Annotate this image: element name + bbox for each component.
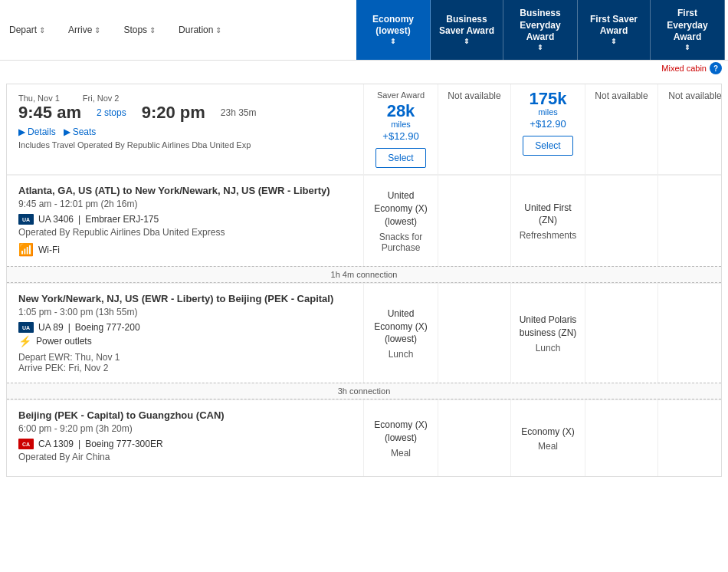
seg3-econ-cabin: Economy (X) (lowest) [368, 419, 434, 445]
biz-everyday-miles: 175k [530, 90, 567, 107]
stops-sort[interactable]: Stops ⇕ [123, 25, 156, 35]
segment-3: Beijing (PEK - Capital) to Guangzhou (CA… [7, 399, 721, 476]
first-saver-award-col: Not available [585, 84, 657, 174]
first-saver-not-available: Not available [595, 90, 648, 101]
biz-saver-not-available: Not available [448, 90, 500, 101]
first-everyday-award-col: Not available [657, 84, 728, 174]
flight-duration: 23h 35m [221, 107, 257, 118]
seg3-first-meal: Meal [538, 441, 558, 452]
seg2-econ-meal: Lunch [389, 349, 414, 360]
saver-label: Saver Award [377, 90, 425, 100]
seg1-biz-everyday-col: United First (ZN) Refreshments [510, 176, 585, 266]
mixed-cabin-help-icon[interactable]: ? [710, 62, 722, 74]
segment-1-amenity-label: Wi-Fi [38, 245, 60, 255]
depart-sort-icon: ⇕ [39, 26, 45, 35]
segment-1-flight-num: UA 3406 [38, 214, 74, 225]
seg1-econ-meal: Snacks for Purchase [368, 232, 434, 253]
segment-3-flight-num: CA 1309 [38, 439, 74, 449]
biz-everyday-col-header[interactable]: Business Everyday Award ⇕ [503, 0, 578, 60]
details-button[interactable]: ▶ Details [18, 127, 56, 137]
mixed-cabin-text: Mixed cabin [661, 64, 707, 73]
seg2-biz-saver-col [438, 284, 510, 383]
economy-miles-label: miles [391, 120, 411, 129]
segment-1-aircraft: Embraer ERJ-175 [85, 214, 159, 225]
biz-saver-sort-icon: ⇕ [464, 38, 470, 47]
arrive-time: 9:20 pm [142, 103, 205, 123]
ca-logo: CA [18, 439, 34, 449]
first-saver-sort-icon: ⇕ [611, 38, 617, 47]
seg3-econ-meal: Meal [391, 448, 411, 459]
seg1-first-cabin: United First (ZN) [515, 202, 581, 228]
duration-sort-icon: ⇕ [215, 26, 221, 35]
seg1-econ-cabin: United Economy (X) (lowest) [368, 189, 434, 228]
segment-2-flight-num: UA 89 [38, 322, 64, 333]
seg3-economy-col: Economy (X) (lowest) Meal [363, 400, 438, 476]
segment-1-time: 9:45 am - 12:01 pm (2h 16m) [18, 199, 352, 209]
arrive-sort-icon: ⇕ [94, 26, 100, 35]
seg1-biz-saver-col [438, 176, 510, 266]
segment-2-arrive-label: Arrive PEK: Fri, Nov 2 [18, 363, 352, 373]
biz-everyday-award-col: 175k miles +$12.90 Select [510, 84, 585, 174]
first-everyday-col-header[interactable]: First Everyday Award ⇕ [651, 0, 725, 60]
seg1-first-service: Refreshments [520, 230, 577, 241]
seats-button[interactable]: ▶ Seats [64, 127, 97, 137]
flight-note: Includes Travel Operated By Republic Air… [18, 140, 352, 150]
biz-everyday-tax: +$12.90 [530, 118, 566, 130]
biz-saver-award-col: Not available [438, 84, 510, 174]
segment-2-time: 1:05 pm - 3:00 pm (13h 55m) [18, 307, 352, 317]
wifi-icon: 📶 [18, 242, 34, 257]
economy-col-header[interactable]: Economy (lowest) ⇕ [356, 0, 431, 60]
seg2-biz-everyday-col: United Polaris business (ZN) Lunch [510, 284, 585, 383]
seg3-first-saver-col [585, 400, 657, 476]
seg2-economy-col: United Economy (X) (lowest) Lunch [363, 284, 438, 383]
depart-time: 9:45 am [18, 103, 81, 123]
segment-3-aircraft: Boeing 777-300ER [85, 439, 162, 449]
segment-1-operated: Operated By Republic Airlines Dba United… [18, 227, 352, 238]
seg2-first-meal: Lunch [536, 343, 561, 353]
seg2-econ-cabin: United Economy (X) (lowest) [368, 307, 434, 346]
flight-info-left: Thu, Nov 1 Fri, Nov 2 9:45 am 2 stops 9:… [7, 84, 363, 174]
economy-sort-icon: ⇕ [390, 38, 396, 47]
segment-2-amenity-label: Power outlets [36, 336, 92, 347]
power-icon: ⚡ [18, 335, 31, 347]
stops-sort-icon: ⇕ [149, 26, 156, 35]
segment-3-left: Beijing (PEK - Capital) to Guangzhou (CA… [7, 400, 363, 476]
segment-2-flight: UA UA 89 | Boeing 777-200 [18, 322, 352, 333]
mixed-cabin-row: Mixed cabin ? [0, 61, 728, 76]
first-everyday-sort-icon: ⇕ [684, 44, 690, 53]
biz-saver-col-header[interactable]: Business Saver Award ⇕ [431, 0, 503, 60]
header-left: Depart ⇕ Arrive ⇕ Stops ⇕ Duration ⇕ [0, 0, 356, 60]
seg2-first-saver-col [585, 284, 657, 383]
segment-1-route: Atlanta, GA, US (ATL) to New York/Newark… [18, 185, 352, 196]
segment-1: Atlanta, GA, US (ATL) to New York/Newark… [7, 175, 721, 266]
economy-miles: 28k [387, 103, 415, 120]
seg3-biz-saver-col [438, 400, 510, 476]
seats-arrow-icon: ▶ [64, 127, 71, 137]
first-saver-col-header[interactable]: First Saver Award ⇕ [578, 0, 651, 60]
economy-tax: +$12.90 [382, 130, 418, 142]
connection-2: 3h connection [7, 383, 721, 399]
duration-sort[interactable]: Duration ⇕ [179, 25, 221, 35]
economy-select-button[interactable]: Select [375, 148, 425, 168]
flight-card: Thu, Nov 1 Fri, Nov 2 9:45 am 2 stops 9:… [6, 84, 722, 477]
biz-everyday-miles-label: miles [538, 107, 558, 117]
segment-1-left: Atlanta, GA, US (ATL) to New York/Newark… [7, 176, 363, 266]
seg3-first-cabin: Economy (X) [521, 426, 574, 439]
segment-2-depart-label: Depart EWR: Thu, Nov 1 [18, 352, 352, 363]
seg1-first-saver-col [585, 176, 657, 266]
segment-1-amenity: 📶 Wi-Fi [18, 242, 352, 257]
connection-1: 1h 4m connection [7, 266, 721, 283]
segment-3-route: Beijing (PEK - Capital) to Guangzhou (CA… [18, 409, 352, 421]
segment-1-flight: UA UA 3406 | Embraer ERJ-175 [18, 214, 352, 225]
seg2-first-everyday-col [657, 284, 728, 383]
depart-sort[interactable]: Depart ⇕ [9, 25, 45, 35]
seg3-biz-everyday-col: Economy (X) Meal [510, 400, 585, 476]
details-arrow-icon: ▶ [18, 127, 25, 137]
seg2-first-cabin: United Polaris business (ZN) [515, 314, 581, 340]
biz-everyday-select-button[interactable]: Select [523, 136, 572, 156]
seg1-economy-col: United Economy (X) (lowest) Snacks for P… [363, 176, 438, 266]
segment-3-flight: CA CA 1309 | Boeing 777-300ER [18, 439, 352, 449]
header-row: Depart ⇕ Arrive ⇕ Stops ⇕ Duration ⇕ Eco… [0, 0, 728, 61]
arrive-sort[interactable]: Arrive ⇕ [68, 25, 100, 35]
segment-2-dates: Depart EWR: Thu, Nov 1 Arrive PEK: Fri, … [18, 352, 352, 373]
